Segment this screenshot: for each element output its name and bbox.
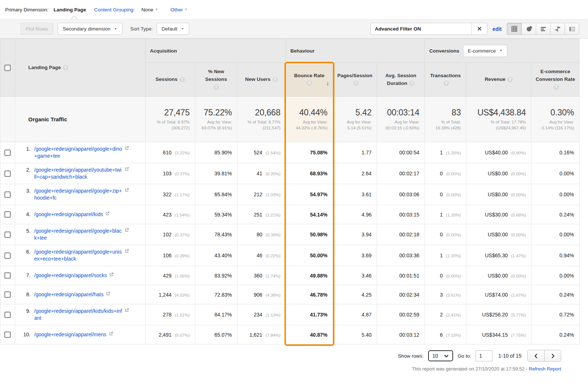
landing-page-cell: 1./google+redesign/apparel/google+dino+g… — [15, 142, 146, 163]
open-in-new-icon[interactable] — [124, 187, 129, 194]
table-row: 5./google+redesign/apparel/google+black+… — [0, 224, 580, 245]
row-checkbox[interactable] — [4, 232, 11, 238]
sort-type-dropdown[interactable]: Default ▼ — [157, 23, 189, 35]
landing-page-link[interactable]: /google+redesign/apparel/hats — [34, 291, 104, 298]
row-checkbox[interactable] — [4, 291, 11, 298]
landing-page-cell: 4./google+redesign/apparel/kids — [15, 205, 146, 224]
open-in-new-icon[interactable] — [108, 331, 114, 337]
select-all-checkbox[interactable] — [4, 65, 11, 71]
help-icon[interactable]: ? — [553, 85, 559, 90]
column-header-avg-session-duration[interactable]: Avg. Session Duration? — [377, 63, 425, 97]
landing-page-link[interactable]: /google+redesign/apparel/youtube+twill+c… — [34, 167, 122, 180]
summary-row: Organic Traffic 27,475% of Total: 8.97% … — [0, 97, 580, 142]
help-icon[interactable]: ? — [507, 77, 513, 82]
row-checkbox[interactable] — [4, 332, 11, 338]
help-icon[interactable]: ? — [63, 65, 68, 71]
open-in-new-icon[interactable] — [124, 228, 129, 234]
help-icon[interactable]: ? — [444, 80, 449, 86]
help-icon[interactable]: ? — [214, 85, 219, 90]
percentage-view-button[interactable] — [521, 23, 536, 35]
landing-page-cell: 5./google+redesign/apparel/google+black+… — [15, 224, 146, 245]
new-sessions-cell: 72.83% — [195, 285, 237, 304]
column-header-revenue[interactable]: Revenue? — [466, 63, 531, 97]
open-in-new-icon[interactable] — [124, 248, 129, 255]
table-row: 2./google+redesign/apparel/youtube+twill… — [0, 163, 580, 184]
help-icon[interactable]: ? — [409, 80, 415, 86]
row-number: 8. — [20, 291, 31, 298]
column-header-new-sessions[interactable]: % New Sessions? — [195, 63, 237, 97]
other-dropdown[interactable]: Other ▼ — [171, 7, 188, 12]
row-checkbox[interactable] — [4, 211, 11, 218]
column-header-landing-page[interactable]: Landing Page? — [15, 39, 146, 97]
sessions-cell: 610(2.22%) — [146, 142, 195, 163]
transactions-cell: 1(1.20%) — [425, 142, 466, 163]
row-checkbox[interactable] — [4, 171, 11, 177]
content-grouping-dropdown[interactable]: None ▼ — [141, 7, 158, 12]
table-row: 4./google+redesign/apparel/kids 423(1.54… — [0, 205, 580, 224]
landing-page-link[interactable]: /google+redesign/apparel/kids/kids+infan… — [34, 308, 122, 322]
next-page-button[interactable] — [544, 350, 561, 361]
sort-descending-icon[interactable]: ↓ — [326, 79, 330, 88]
edit-filter-link[interactable]: edit — [492, 26, 502, 32]
row-checkbox[interactable] — [4, 150, 11, 156]
refresh-report-link[interactable]: Refresh Report — [529, 366, 561, 372]
help-icon[interactable]: ? — [272, 77, 278, 82]
landing-page-link[interactable]: /google+redesign/apparel/google+unisex+e… — [34, 248, 122, 262]
landing-page-link[interactable]: /google+redesign/apparel/socks — [34, 272, 107, 279]
clear-filter-button[interactable]: ✕ — [472, 23, 487, 35]
column-header-sessions[interactable]: Sessions? — [146, 63, 195, 97]
column-header-pages-session[interactable]: Pages/Session? — [333, 63, 377, 97]
avg-duration-cell: 00:03:36 — [377, 245, 425, 266]
avg-duration-cell: 00:03:12 — [377, 325, 425, 344]
open-in-new-icon[interactable] — [105, 211, 110, 217]
ecommerce-conversion-rate-cell: 0.00% — [531, 184, 580, 205]
report-table: Landing Page? Acquisition Behaviour Conv… — [0, 39, 580, 344]
open-in-new-icon[interactable] — [124, 146, 129, 152]
landing-page-link[interactable]: /google+redesign/apparel/google+zip+hood… — [34, 187, 122, 201]
new-users-cell: 212(1.03%) — [237, 184, 286, 205]
transactions-cell: 0(0.00%) — [425, 266, 466, 285]
row-checkbox[interactable] — [4, 253, 11, 259]
help-icon[interactable]: ? — [353, 80, 359, 86]
content-grouping-link[interactable]: Content Grouping: — [94, 7, 135, 12]
ecommerce-goal-dropdown[interactable]: E-commerce ▼ — [463, 45, 507, 57]
column-header-new-users[interactable]: New Users? — [237, 63, 286, 97]
column-header-bounce-rate[interactable]: Bounce Rate ? ↓ — [286, 63, 333, 97]
select-all-cell — [0, 39, 15, 97]
revenue-cell: US$0.00(0.00%) — [466, 266, 531, 285]
avg-duration-cell: 00:02:34 — [377, 285, 425, 304]
ecommerce-conversion-rate-cell: 0.16% — [531, 142, 580, 163]
column-header-transactions[interactable]: Transactions? — [425, 63, 466, 97]
table-view-button[interactable] — [507, 23, 521, 35]
primary-dimension-landing-page-tab[interactable]: Landing Page — [54, 7, 86, 12]
show-rows-select[interactable]: 10 — [428, 350, 453, 361]
column-header-ecommerce-conversion-rate[interactable]: E-commerce Conversion Rate? — [531, 63, 580, 97]
landing-page-link[interactable]: /google+redesign/apparel/google+black+te… — [34, 228, 122, 241]
open-in-new-icon[interactable] — [109, 272, 114, 278]
report-toolbar: Plot Rows Secondary dimension ▼ Sort Typ… — [0, 19, 588, 39]
pivot-view-button[interactable] — [564, 23, 579, 35]
new-sessions-cell: 84.17% — [195, 304, 237, 325]
summary-avg-duration: 00:03:14Avg for View: 00:03:15 (-0.50%) — [377, 97, 425, 142]
secondary-dimension-button[interactable]: Secondary dimension ▼ — [58, 23, 122, 35]
performance-view-button[interactable] — [536, 23, 550, 35]
pagination-range: 1-10 of 15 — [498, 353, 521, 359]
landing-page-link[interactable]: /google+redesign/apparel/google+dino+gam… — [34, 146, 122, 160]
previous-page-button[interactable] — [528, 350, 544, 361]
row-checkbox[interactable] — [4, 272, 11, 279]
plot-rows-button[interactable]: Plot Rows — [21, 23, 53, 35]
comparison-view-button[interactable] — [550, 23, 564, 35]
help-icon[interactable]: ? — [306, 80, 312, 86]
goto-page-input[interactable] — [476, 350, 492, 361]
landing-page-link[interactable]: /google+redesign/apparel/mens — [34, 331, 107, 338]
help-icon[interactable]: ? — [179, 77, 185, 82]
new-sessions-cell: 39.81% — [195, 163, 237, 184]
open-in-new-icon[interactable] — [105, 291, 111, 297]
row-checkbox[interactable] — [4, 192, 11, 198]
open-in-new-icon[interactable] — [124, 308, 129, 314]
ecommerce-conversion-rate-cell: 0.00% — [531, 163, 580, 184]
row-checkbox[interactable] — [4, 312, 11, 318]
landing-page-link[interactable]: /google+redesign/apparel/kids — [34, 211, 103, 218]
data-table-icon — [511, 25, 518, 32]
open-in-new-icon[interactable] — [124, 167, 129, 173]
